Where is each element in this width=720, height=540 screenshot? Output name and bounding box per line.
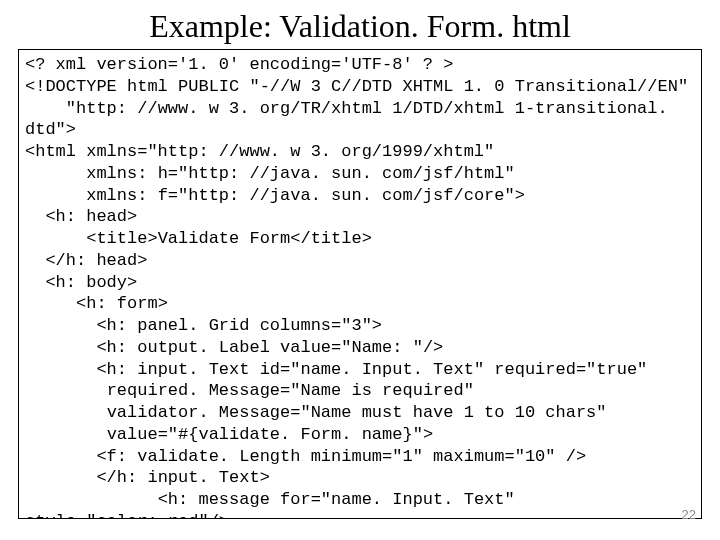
page-number: 22 (682, 507, 696, 522)
slide: Example: Validation. Form. html <? xml v… (0, 0, 720, 540)
code-block: <? xml version='1. 0' encoding='UTF-8' ?… (18, 49, 702, 519)
slide-title: Example: Validation. Form. html (18, 8, 702, 45)
